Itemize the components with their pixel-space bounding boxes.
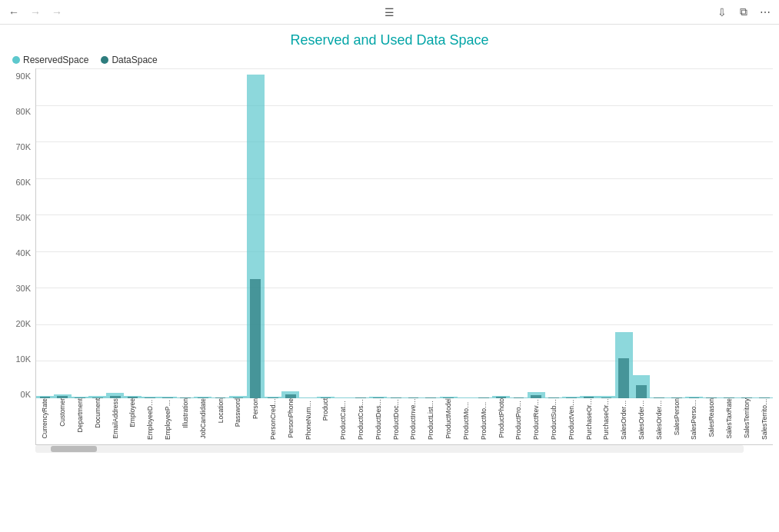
x-axis-label: Employee (128, 398, 136, 431)
bar-group (474, 68, 492, 398)
bar-group (194, 68, 211, 398)
x-axis-label: EmployeeDepartmentHist... (146, 398, 154, 443)
bar-group (124, 68, 141, 398)
x-axis-label: ProductProductPhoto (514, 398, 522, 443)
legend-label-used: DataSpace (112, 55, 157, 65)
bar-group (667, 68, 685, 398)
scrollbar-thumb[interactable] (51, 446, 97, 452)
bar-group (88, 68, 106, 398)
x-label-wrap: SalesPersonQuotaHistory (685, 398, 703, 444)
bar-group (54, 68, 72, 398)
y-axis-label: 30K (15, 284, 35, 293)
y-axis-label: 70K (15, 142, 35, 151)
horizontal-scrollbar[interactable] (35, 445, 744, 453)
x-label-wrap: ProductPhoto (492, 398, 510, 444)
bar-group (650, 68, 667, 398)
bar-group (72, 68, 89, 398)
bar-group (265, 68, 282, 398)
x-label-wrap: SalesOrderHeader (633, 398, 651, 444)
bar-group (528, 68, 545, 398)
x-label-wrap: SalesOrderHeaderSalesRe... (650, 398, 667, 444)
chart-title: Reserved and Used Data Space (0, 25, 779, 53)
x-label-wrap: SalesTerritoryHistory (755, 398, 773, 444)
download-icon[interactable]: ⇩ (714, 5, 730, 20)
bar-group (281, 68, 299, 398)
x-label-wrap: Illustration (177, 398, 195, 444)
x-axis-label: ProductModel (444, 398, 452, 441)
x-label-wrap: Employee (124, 398, 141, 444)
bar-group (703, 68, 721, 398)
x-label-wrap: EmailAddress (106, 398, 124, 444)
x-axis-labels: CurrencyRateCustomerDepartmentDocumentEm… (36, 398, 773, 444)
y-axis-label: 10K (15, 354, 35, 364)
x-label-wrap: ProductListPriceHistory (422, 398, 440, 444)
x-label-wrap: ProductVendor (562, 398, 580, 444)
y-axis-label: 40K (15, 248, 35, 258)
bar-group (177, 68, 195, 398)
back-icon[interactable]: ← (6, 5, 22, 20)
bar-group (615, 68, 633, 398)
menu-icon[interactable]: ☰ (382, 5, 398, 20)
x-label-wrap: JobCandidate (194, 398, 211, 444)
x-axis-label: ProductModelIllustration (462, 398, 470, 443)
x-label-wrap: EmployeeDepartmentHist... (141, 398, 159, 444)
x-axis-label: SalesPersonQuotaHistory (690, 398, 697, 443)
x-label-wrap: ProductDescription (369, 398, 387, 444)
bar-group (755, 68, 773, 398)
more-icon[interactable]: ⋯ (757, 5, 773, 20)
bar-group (352, 68, 370, 398)
bar-group (562, 68, 580, 398)
x-axis-label: ProductPhoto (498, 398, 505, 441)
x-axis-label: ProductDocument (392, 398, 400, 443)
x-axis-label: Illustration (181, 398, 189, 431)
y-axis: 90K80K70K60K50K40K30K20K10K0K (6, 68, 35, 445)
x-label-wrap: Product (317, 398, 335, 444)
x-label-wrap: SalesReason (703, 398, 721, 444)
bar-group (633, 68, 651, 398)
x-label-wrap: ProductModelProductDes... (474, 398, 492, 444)
x-label-wrap: Location (211, 398, 229, 444)
chart-area: 90K80K70K60K50K40K30K20K10K0K CurrencyRa… (6, 68, 773, 445)
legend-color-used (101, 56, 108, 64)
x-axis-label: JobCandidate (199, 398, 207, 441)
x-label-wrap: SalesOrderDetail (615, 398, 633, 444)
x-axis-label: Product (321, 398, 329, 424)
bar-group (141, 68, 159, 398)
x-axis-label: ProductDescription (375, 398, 382, 443)
x-label-wrap: ProductDocument (387, 398, 404, 444)
x-axis-label: SalesOrderHeader (638, 398, 645, 443)
x-axis-label: EmailAddress (112, 398, 119, 441)
bar-group (598, 68, 615, 398)
x-label-wrap: EmployeePayHistory (159, 398, 177, 444)
x-axis-label: ProductReview (532, 398, 540, 443)
bar-group (721, 68, 738, 398)
window-icon[interactable]: ⧉ (736, 5, 751, 20)
legend-label-reserved: ReservedSpace (23, 55, 88, 65)
x-axis-label: ProductVendor (568, 398, 575, 443)
legend-color-reserved (12, 56, 20, 64)
forward-icon-2[interactable]: → (49, 5, 65, 20)
x-axis-label: SalesOrderDetail (620, 398, 628, 443)
x-label-wrap: SalesPerson (667, 398, 685, 444)
x-axis-label: SalesOrderHeaderSalesRe... (655, 398, 663, 443)
y-axis-label: 20K (15, 319, 35, 328)
x-label-wrap: SalesTaxRate (721, 398, 738, 444)
x-axis-label: SalesTerritoryHistory (761, 398, 768, 443)
x-label-wrap: SalesTerritory (738, 398, 756, 444)
bar-group (299, 68, 317, 398)
x-label-wrap: PersonPhone (281, 398, 299, 444)
x-axis-label: ProductListPriceHistory (427, 398, 434, 443)
x-label-wrap: PurchaseOrderDetail (580, 398, 598, 444)
x-label-wrap: PurchaseOrderHeader (598, 398, 615, 444)
bar-group (106, 68, 124, 398)
x-axis-label: Document (94, 398, 102, 431)
x-axis-label: Location (217, 398, 225, 426)
bar-used (250, 279, 261, 398)
x-label-wrap: ProductCategory (335, 398, 352, 444)
x-axis-label: Customer (58, 398, 66, 430)
bar-group (738, 68, 756, 398)
forward-icon-1[interactable]: → (28, 5, 43, 20)
bar-group (580, 68, 598, 398)
bar-group (685, 68, 703, 398)
x-axis-label: Password (234, 398, 241, 430)
